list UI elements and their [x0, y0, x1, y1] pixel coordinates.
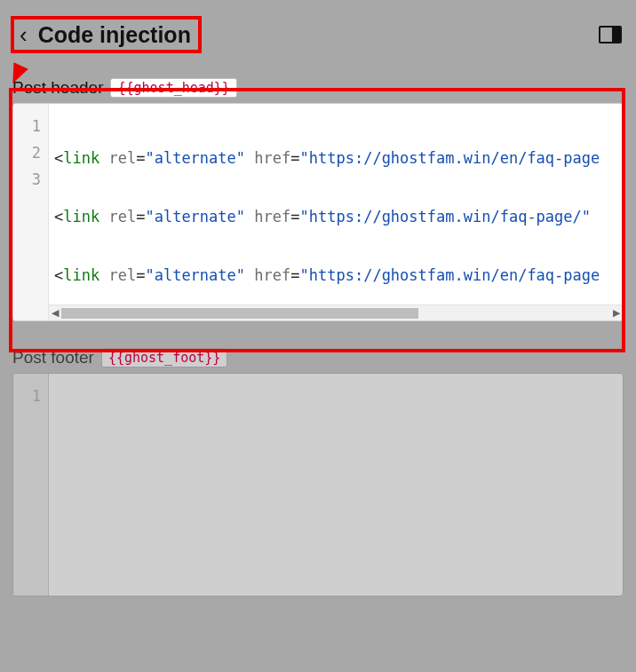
header-horizontal-scrollbar[interactable]: ◀ ▶	[49, 304, 623, 320]
post-header-section: Post header {{ghost_head}} 1 2 3 <link r…	[12, 78, 624, 321]
back-chevron-icon[interactable]: ‹	[16, 21, 31, 48]
footer-code-view[interactable]	[49, 374, 623, 580]
post-header-label-row: Post header {{ghost_head}}	[12, 78, 624, 98]
code-line: <link rel="alternate" href="https://ghos…	[49, 203, 623, 230]
post-header-label: Post header	[12, 78, 103, 98]
ghost-foot-tag: {{ghost_foot}}	[101, 348, 227, 368]
post-footer-section: Post footer {{ghost_foot}} 1	[12, 348, 624, 597]
line-number: 3	[13, 166, 48, 193]
post-footer-editor[interactable]: 1	[12, 373, 624, 597]
annotation-highlight-title: ‹ Code injection	[11, 16, 202, 53]
scroll-thumb[interactable]	[61, 308, 418, 319]
footer-gutter: 1	[13, 374, 49, 596]
page-title: Code injection	[38, 22, 191, 48]
scroll-left-icon[interactable]: ◀	[49, 307, 61, 319]
topbar: ‹ Code injection	[0, 0, 636, 69]
line-number: 1	[13, 383, 48, 409]
sidebar-toggle-icon[interactable]	[599, 26, 622, 43]
header-gutter: 1 2 3	[13, 104, 49, 320]
line-number: 1	[13, 113, 48, 139]
line-number: 2	[13, 139, 48, 166]
code-line: <link rel="alternate" href="https://ghos…	[49, 262, 623, 289]
post-footer-label: Post footer	[12, 348, 94, 368]
scroll-right-icon[interactable]: ▶	[610, 307, 623, 319]
scroll-track[interactable]	[61, 308, 610, 319]
ghost-head-tag: {{ghost_head}}	[110, 78, 236, 98]
post-footer-label-row: Post footer {{ghost_foot}}	[12, 348, 624, 368]
post-header-editor[interactable]: 1 2 3 <link rel="alternate" href="https:…	[12, 103, 624, 321]
header-code-view[interactable]: <link rel="alternate" href="https://ghos…	[49, 104, 623, 304]
code-line: <link rel="alternate" href="https://ghos…	[49, 145, 623, 171]
